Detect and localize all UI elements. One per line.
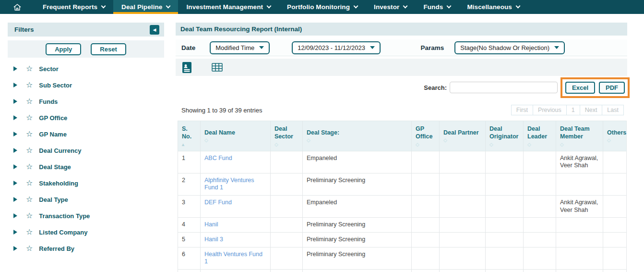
column-header-deal-partner[interactable]: Deal Partner◇	[440, 121, 486, 151]
filter-item-deal-currency[interactable]: ☆Deal Currency	[8, 142, 164, 159]
nav-item-investment-management[interactable]: Investment Management	[178, 0, 279, 14]
favorite-star-icon[interactable]: ☆	[26, 228, 33, 236]
favorite-star-icon[interactable]: ☆	[26, 81, 33, 89]
deal-name-link[interactable]: Hanil	[204, 221, 218, 228]
page-button-last[interactable]: Last	[602, 105, 624, 115]
filter-item-sector[interactable]: ☆Sector	[8, 61, 164, 77]
deal-name-link[interactable]: Hanil 3	[204, 236, 223, 243]
nav-item-portfolio-monitoring[interactable]: Portfolio Monitoring	[279, 0, 366, 14]
expand-arrow-icon[interactable]	[13, 181, 17, 185]
pdf-export-button[interactable]: PDF	[599, 82, 625, 94]
deal-name-link[interactable]: ABC Fund	[204, 155, 232, 161]
nav-item-miscellaneous[interactable]: Miscellaneous	[459, 0, 528, 14]
favorite-star-icon[interactable]: ☆	[26, 179, 33, 187]
filter-item-label: Listed Company	[39, 229, 87, 236]
page-button-first[interactable]: First	[511, 105, 533, 115]
favorite-star-icon[interactable]: ☆	[26, 212, 33, 220]
favorite-star-icon[interactable]: ☆	[26, 147, 33, 154]
caret-down-icon	[554, 46, 559, 49]
expand-arrow-icon[interactable]	[13, 197, 17, 202]
favorite-star-icon[interactable]: ☆	[26, 114, 33, 122]
chevron-down-icon	[516, 4, 521, 9]
deal-name-link[interactable]: Health Ventures Fund 1	[204, 251, 262, 265]
favorite-star-icon[interactable]: ☆	[26, 245, 33, 252]
expand-arrow-icon[interactable]	[13, 164, 17, 169]
expand-arrow-icon[interactable]	[13, 83, 17, 87]
cell-others	[603, 196, 627, 218]
excel-export-button[interactable]: Excel	[565, 82, 595, 94]
filter-item-transaction-type[interactable]: ☆Transaction Type	[8, 208, 164, 224]
filter-item-stakeholding[interactable]: ☆Stakeholding	[8, 175, 164, 191]
page-button-previous[interactable]: Previous	[533, 105, 567, 115]
expand-arrow-icon[interactable]	[13, 230, 17, 235]
favorite-star-icon[interactable]: ☆	[26, 98, 33, 105]
column-header-deal-leader[interactable]: Deal Leader◇	[524, 121, 556, 151]
date-range-value: 12/09/2023 - 11/12/2023	[298, 44, 365, 51]
expand-arrow-icon[interactable]	[13, 115, 17, 120]
filter-item-deal-type[interactable]: ☆Deal Type	[8, 191, 164, 208]
date-range-dropdown[interactable]: 12/09/2023 - 11/12/2023	[292, 41, 381, 54]
cell-deal-originator	[486, 247, 524, 269]
params-label: Params	[421, 44, 444, 51]
expand-arrow-icon[interactable]	[13, 246, 17, 251]
column-header-deal-team-member[interactable]: Deal Team Member◇	[556, 121, 603, 151]
params-dropdown[interactable]: Stage(No Shadow Or Rejection)	[454, 41, 565, 54]
nav-item-funds[interactable]: Funds	[415, 0, 459, 14]
column-header-deal-stage[interactable]: Deal Stage:◇	[303, 121, 412, 151]
filter-item-label: Stakeholding	[39, 180, 78, 187]
cell-deal-stage: Preliminary Screening	[303, 232, 412, 247]
favorite-star-icon[interactable]: ☆	[26, 196, 33, 203]
favorite-star-icon[interactable]: ☆	[26, 163, 33, 171]
filter-item-deal-stage[interactable]: ☆Deal Stage	[8, 159, 164, 175]
cell-sno: 2	[178, 173, 201, 195]
filter-item-gp-name[interactable]: ☆GP Name	[8, 126, 164, 142]
column-header-deal-originator[interactable]: Deal Originator◇	[486, 121, 524, 151]
cell-deal-sector	[271, 247, 303, 269]
cell-deal-originator	[486, 269, 524, 272]
expand-arrow-icon[interactable]	[13, 132, 17, 136]
filter-item-gp-office[interactable]: ☆GP Office	[8, 110, 164, 126]
home-button[interactable]	[0, 0, 35, 14]
expand-arrow-icon[interactable]	[13, 213, 17, 218]
nav-item-deal-pipeline[interactable]: Deal Pipeline	[113, 0, 178, 14]
nav-item-frequent-reports[interactable]: Frequent Reports	[35, 0, 113, 14]
page-button-next[interactable]: Next	[580, 105, 603, 115]
apply-button[interactable]: Apply	[46, 43, 81, 55]
deal-name-link[interactable]: Alphfinity Ventures Fund 1	[204, 177, 254, 191]
table-view-button[interactable]	[212, 63, 223, 72]
column-header-s-no[interactable]: S. No.▴	[178, 121, 201, 151]
expand-arrow-icon[interactable]	[13, 66, 17, 71]
chevron-down-icon	[101, 4, 106, 9]
filter-item-referred-by[interactable]: ☆Referred By	[8, 240, 164, 257]
filter-item-sub-sector[interactable]: ☆Sub Sector	[8, 77, 164, 93]
date-type-dropdown[interactable]: Modified Time	[210, 41, 270, 54]
nav-item-investor[interactable]: Investor	[366, 0, 415, 14]
column-header-deal-name[interactable]: Deal Name◇	[201, 121, 271, 151]
sort-indicator-icon: ◇	[527, 142, 552, 148]
deal-name-link[interactable]: DEF Fund	[204, 199, 232, 206]
cell-deal-leader	[524, 218, 556, 233]
search-input[interactable]	[450, 82, 558, 93]
expand-arrow-icon[interactable]	[13, 99, 17, 104]
column-header-others[interactable]: Others◇	[603, 121, 627, 151]
favorite-star-icon[interactable]: ☆	[26, 130, 33, 138]
column-header-deal-sector[interactable]: Deal Sector◇	[271, 121, 303, 151]
filter-item-label: Transaction Type	[39, 212, 90, 220]
cell-deal-stage: Preliminary Screening	[303, 173, 412, 195]
report-view-button[interactable]	[182, 62, 191, 73]
reset-button[interactable]: Reset	[91, 43, 126, 55]
nav-item-label: Frequent Reports	[43, 3, 97, 11]
page-button-1[interactable]: 1	[566, 105, 580, 115]
favorite-star-icon[interactable]: ☆	[26, 65, 33, 73]
search-export-row: Search: Excel PDF	[176, 77, 627, 98]
cell-deal-originator	[486, 151, 524, 173]
filter-item-listed-company[interactable]: ☆Listed Company	[8, 224, 164, 240]
cell-deal-originator	[486, 173, 524, 195]
showing-entries-text: Showing 1 to 39 of 39 entries	[181, 107, 262, 114]
sidebar-collapse-button[interactable]: ◀	[150, 25, 159, 35]
pagination: FirstPrevious1NextLast	[512, 105, 624, 115]
view-toolbar	[176, 59, 627, 76]
column-header-gp-office[interactable]: GP Office◇	[412, 121, 440, 151]
expand-arrow-icon[interactable]	[13, 148, 17, 153]
filter-item-funds[interactable]: ☆Funds	[8, 93, 164, 110]
